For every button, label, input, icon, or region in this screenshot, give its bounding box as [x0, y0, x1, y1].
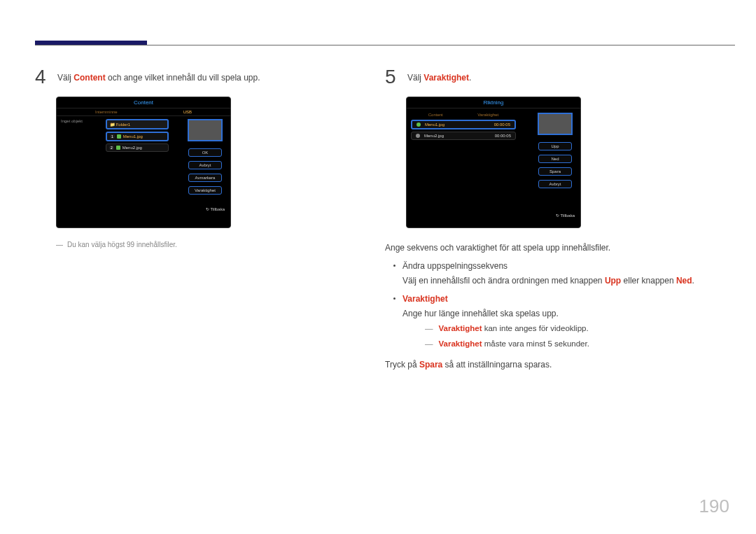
sub-note-1: ―Varaktighet kan inte anges för videokli… [425, 322, 589, 336]
status-icon [416, 134, 420, 138]
return-icon: ↺ [206, 206, 209, 211]
step-text: Välj Content och ange vilket innehåll du… [57, 67, 260, 85]
top-rule [35, 45, 735, 45]
osd-footer: ↺ Tillbaka [556, 213, 575, 218]
file-name: Menu1.jpg [425, 122, 444, 127]
pane-internal: Inget objekt [61, 119, 103, 123]
check-icon [117, 134, 121, 139]
no-object-label: Inget objekt [61, 119, 83, 123]
file-duration: 00:00:05 [495, 134, 511, 138]
column-left: 4 Välj Content och ange vilket innehåll … [35, 67, 385, 372]
status-icon [416, 122, 421, 127]
description-block: Ange sekvens och varaktighet för att spe… [385, 241, 714, 372]
folder-name: Folder1 [116, 122, 130, 127]
osd-tabs: Internminne USB [57, 110, 230, 116]
bullet-duration: Varaktighet Ange hur länge innehållet sk… [393, 292, 714, 351]
col-content: Content [428, 113, 443, 117]
btn-save[interactable]: Spara [538, 167, 572, 176]
osd-title: Riktning [407, 97, 580, 108]
file-duration: 00:00:05 [494, 122, 510, 127]
bullet-icon [393, 297, 396, 300]
pane-usb: 📁 Folder1 1 Menu1.jpg 2 Menu2.jpg [106, 119, 169, 154]
k: Varaktighet [439, 324, 482, 332]
tab-internal[interactable]: Internminne [95, 110, 118, 114]
dash-icon: ― [425, 322, 433, 336]
step-text: Välj Varaktighet. [407, 67, 471, 85]
return-icon: ↺ [556, 213, 559, 218]
step-number: 4 [35, 67, 49, 87]
column-right: 5 Välj Varaktighet. Riktning Content Var… [385, 67, 735, 372]
t: och ange vilket innehåll du vill spela u… [106, 73, 260, 83]
bullet-title-duration: Varaktighet [402, 292, 589, 306]
badge: 2 [109, 146, 114, 150]
step-number: 5 [385, 67, 399, 87]
step-5: 5 Välj Varaktighet. [385, 67, 714, 87]
step-4: 4 Välj Content och ange vilket innehåll … [35, 67, 364, 87]
file-name: Menu2.jpg [424, 134, 444, 138]
note-max-files: ― Du kan välja högst 99 innehållsfiler. [56, 241, 364, 248]
t: Välj [57, 73, 74, 83]
note-text: Du kan välja högst 99 innehållsfiler. [67, 241, 177, 248]
badge: 1 [110, 134, 115, 139]
btn-cancel[interactable]: Avbryt [538, 180, 572, 188]
bullet-body: Ange hur länge innehållet ska spelas upp… [402, 307, 589, 321]
t: eller knappen [621, 276, 676, 286]
col-duration: Varaktighet [477, 113, 498, 117]
preview-thumb [538, 113, 573, 135]
check-icon [116, 146, 120, 150]
bullet-sequence: Ändra uppspelningssekvens Välj en innehå… [393, 259, 714, 288]
osd-title: Content [57, 97, 230, 108]
btn-duration[interactable]: Varaktighet [188, 186, 222, 195]
folder-row[interactable]: 📁 Folder1 [106, 119, 169, 129]
t: . [692, 276, 694, 286]
file-row-1[interactable]: 1 Menu1.jpg [106, 132, 169, 141]
osd-riktning: Riktning Content Varaktighet Menu1.jpg 0… [406, 97, 581, 228]
back-label[interactable]: Tillbaka [561, 213, 575, 218]
btn-down[interactable]: Ned [538, 155, 572, 163]
osd-footer: ↺ Tillbaka [206, 206, 225, 211]
sub-note-2: ―Varaktighet måste vara minst 5 sekunder… [425, 337, 589, 351]
page-number: 190 [699, 496, 729, 517]
dash-icon: ― [425, 337, 433, 351]
back-label[interactable]: Tillbaka [211, 207, 225, 211]
btn-deselect[interactable]: Avmarkera [188, 174, 222, 182]
file-row-2[interactable]: Menu2.jpg 00:00:05 [411, 132, 516, 140]
file-name: Menu2.jpg [122, 146, 142, 150]
list-header: Content Varaktighet [411, 113, 516, 117]
preview-thumb [188, 119, 223, 141]
keyword-up: Upp [605, 276, 621, 286]
intro-text: Ange sekvens och varaktighet för att spe… [385, 241, 714, 255]
btn-ok[interactable]: OK [188, 148, 222, 157]
btn-up[interactable]: Upp [538, 142, 572, 150]
osd-side-buttons: OK Avbryt Avmarkera Varaktighet [184, 119, 226, 195]
file-name: Menu1.jpg [123, 134, 143, 139]
tab-usb[interactable]: USB [183, 110, 192, 114]
bullet-icon [393, 265, 396, 267]
t: Välj [407, 73, 424, 83]
btn-cancel[interactable]: Avbryt [188, 161, 222, 169]
t: . [469, 73, 471, 83]
file-row-1[interactable]: Menu1.jpg 00:00:05 [411, 120, 516, 129]
bullet-title: Ändra uppspelningssekvens [402, 259, 694, 273]
file-list: Content Varaktighet Menu1.jpg 00:00:05 M… [411, 113, 516, 142]
bullet-body: Välj en innehållsfil och ändra ordningen… [402, 274, 694, 288]
keyword-content: Content [74, 73, 105, 83]
keyword-varaktighet: Varaktighet [424, 73, 469, 83]
t: Tryck på [385, 360, 419, 370]
osd-content: Content Internminne USB Inget objekt 📁 F… [56, 97, 231, 228]
k: Varaktighet [439, 339, 482, 348]
t: kan inte anges för videoklipp. [482, 324, 589, 332]
t: Välj en innehållsfil och ändra ordningen… [402, 276, 605, 286]
t: måste vara minst 5 sekunder. [482, 339, 589, 348]
file-row-2[interactable]: 2 Menu2.jpg [106, 143, 169, 152]
dash-icon: ― [56, 241, 63, 248]
t: så att inställningarna sparas. [442, 360, 552, 370]
keyword-down: Ned [676, 276, 692, 286]
keyword-save: Spara [419, 360, 442, 370]
save-instruction: Tryck på Spara så att inställningarna sp… [385, 358, 714, 372]
osd-side-buttons: Upp Ned Spara Avbryt [534, 113, 576, 188]
